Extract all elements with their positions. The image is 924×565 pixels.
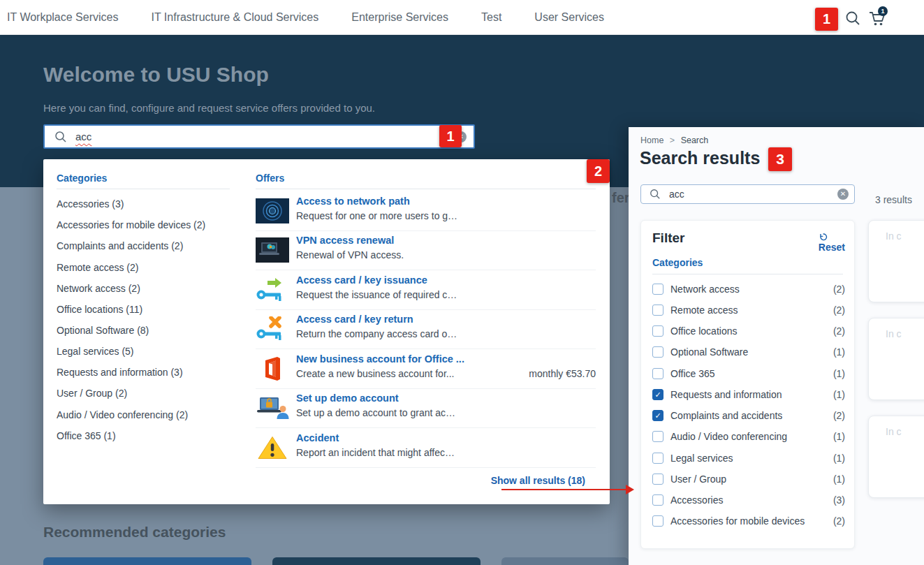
- category-link[interactable]: Complaints and accidents (2): [57, 240, 183, 251]
- annotation-arrow-head: [626, 485, 634, 494]
- category-link[interactable]: User / Group (2): [57, 388, 127, 399]
- checkbox[interactable]: ✓: [652, 346, 663, 358]
- result-card-text: In c: [886, 328, 902, 339]
- hero-search-input[interactable]: acc ✕: [43, 124, 475, 149]
- offer-row-access-card-key-issuance[interactable]: Access card / key issuance Request the i…: [256, 271, 596, 310]
- category-link[interactable]: Legal services (5): [57, 346, 134, 357]
- cart-icon[interactable]: 1: [868, 10, 886, 27]
- checkbox[interactable]: ✓: [652, 304, 663, 316]
- filter-count: (2): [833, 410, 845, 421]
- category-link[interactable]: Office locations (11): [57, 304, 142, 315]
- offer-description: Renewal of VPN access.: [296, 249, 404, 261]
- checkbox[interactable]: ✓: [652, 515, 663, 527]
- offer-title[interactable]: Access card / key return: [296, 314, 413, 325]
- filter-row-optional-software[interactable]: ✓ Optional Software (1): [652, 345, 845, 362]
- offer-title[interactable]: New business account for Office ...: [296, 353, 464, 365]
- key-return-icon: [256, 316, 289, 342]
- checkbox[interactable]: ✓: [652, 410, 663, 421]
- offer-price: monthly €53.70: [529, 368, 596, 379]
- offer-description: Set up a demo account to grant ac…: [296, 407, 455, 418]
- category-link[interactable]: Accessories (3): [57, 198, 124, 210]
- filter-label: Office 365: [670, 368, 715, 379]
- filter-count: (1): [833, 368, 845, 379]
- checkbox[interactable]: ✓: [652, 453, 663, 464]
- category-link[interactable]: Audio / Video conferencing (2): [57, 409, 188, 420]
- nav-item-enterprise-services[interactable]: Enterprise Services: [351, 11, 448, 24]
- result-card-text: In c: [886, 230, 902, 242]
- results-search-input[interactable]: acc ✕: [640, 184, 855, 204]
- checkbox[interactable]: ✓: [652, 474, 663, 485]
- breadcrumb-home[interactable]: Home: [640, 135, 663, 145]
- offer-description: Return the company access card o…: [296, 328, 457, 339]
- offer-title[interactable]: Accident: [296, 432, 339, 443]
- nav-item-it-workplace-services[interactable]: IT Workplace Services: [7, 11, 118, 24]
- offer-description: Create a new business account for...: [296, 368, 454, 379]
- checkbox[interactable]: ✓: [652, 431, 663, 442]
- filter-count: (1): [833, 389, 845, 400]
- recommended-card: [272, 557, 481, 565]
- offer-title[interactable]: Access card / key issuance: [296, 274, 427, 286]
- reset-label: Reset: [819, 242, 845, 253]
- offer-row-access-to-network-path[interactable]: Access to network path Request for one o…: [256, 192, 596, 231]
- offer-row-new-business-account-office[interactable]: New business account for Office ... Crea…: [256, 350, 596, 389]
- filter-row-accessories[interactable]: ✓ Accessories (3): [652, 493, 845, 510]
- annotation-badge-3-results: 3: [768, 147, 792, 171]
- categories-column-header: Categories: [57, 173, 107, 184]
- breadcrumb-current: Search: [681, 135, 709, 145]
- offer-row-set-up-demo-account[interactable]: Set up demo account Set up a demo accoun…: [256, 389, 596, 428]
- nav-item-user-services[interactable]: User Services: [534, 11, 604, 24]
- filter-label: Office locations: [670, 325, 737, 337]
- filter-count: (2): [833, 325, 845, 337]
- filter-row-accessories-for-mobile-devices[interactable]: ✓ Accessories for mobile devices (2): [652, 514, 845, 531]
- recommended-card: [43, 557, 251, 565]
- checkbox[interactable]: ✓: [652, 494, 663, 506]
- checkbox[interactable]: ✓: [652, 389, 663, 400]
- filter-label: Accessories: [670, 494, 723, 506]
- offer-row-accident[interactable]: Accident Report an incident that might a…: [256, 429, 596, 468]
- results-count: 3 results: [875, 194, 912, 205]
- filter-label: Optional Software: [670, 346, 748, 358]
- filter-row-audio-video-conferencing[interactable]: ✓ Audio / Video conferencing (1): [652, 430, 845, 446]
- filter-row-remote-access[interactable]: ✓ Remote access (2): [652, 303, 845, 320]
- warning-triangle-icon: [256, 435, 289, 460]
- divider: [57, 189, 230, 189]
- filter-row-office-365[interactable]: ✓ Office 365 (1): [652, 367, 845, 383]
- category-link[interactable]: Accessories for mobile devices (2): [57, 219, 205, 230]
- offer-description: Request the issuance of required c…: [296, 289, 457, 300]
- result-card[interactable]: In c: [868, 416, 924, 498]
- nav-item-it-infrastructure-cloud-services[interactable]: IT Infrastructure & Cloud Services: [151, 11, 318, 24]
- filter-count: (1): [833, 346, 845, 358]
- reset-icon: [819, 233, 828, 242]
- result-card[interactable]: In c: [868, 220, 924, 302]
- search-icon[interactable]: [844, 10, 861, 27]
- breadcrumb-separator: >: [670, 135, 675, 145]
- filter-row-office-locations[interactable]: ✓ Office locations (2): [652, 324, 845, 341]
- filter-row-user-group[interactable]: ✓ User / Group (1): [652, 472, 845, 489]
- category-link[interactable]: Requests and information (3): [57, 367, 183, 378]
- offer-title[interactable]: Set up demo account: [296, 392, 399, 404]
- annotation-arrow-line: [501, 489, 627, 490]
- filter-row-requests-and-information[interactable]: ✓ Requests and information (1): [652, 388, 845, 404]
- checkbox[interactable]: ✓: [652, 284, 663, 295]
- checkbox[interactable]: ✓: [652, 368, 663, 379]
- category-link[interactable]: Office 365 (1): [57, 430, 116, 441]
- offer-row-access-card-key-return[interactable]: Access card / key return Return the comp…: [256, 310, 596, 349]
- offer-title[interactable]: VPN access renewal: [296, 235, 394, 246]
- recommended-categories-heading: Recommended categories: [43, 524, 226, 541]
- show-all-results-link[interactable]: Show all results (18): [491, 475, 585, 486]
- category-link[interactable]: Optional Software (8): [57, 325, 149, 336]
- result-card[interactable]: In c: [868, 318, 924, 400]
- filter-label: Requests and information: [670, 389, 782, 400]
- filter-row-complaints-and-accidents[interactable]: ✓ Complaints and accidents (2): [652, 409, 845, 425]
- clear-search-icon[interactable]: ✕: [837, 189, 849, 200]
- category-link[interactable]: Network access (2): [57, 283, 140, 294]
- offer-title[interactable]: Access to network path: [296, 196, 410, 207]
- filter-row-legal-services[interactable]: ✓ Legal services (1): [652, 451, 845, 468]
- offer-row-vpn-access-renewal[interactable]: VPN access renewal Renewal of VPN access…: [256, 231, 596, 270]
- page-subtitle: Here you can find, configure and request…: [43, 102, 375, 114]
- nav-item-test[interactable]: Test: [481, 11, 501, 24]
- reset-filters-button[interactable]: Reset: [819, 233, 845, 253]
- checkbox[interactable]: ✓: [652, 325, 663, 337]
- category-link[interactable]: Remote access (2): [57, 262, 138, 273]
- filter-row-network-access[interactable]: ✓ Network access (2): [652, 282, 845, 299]
